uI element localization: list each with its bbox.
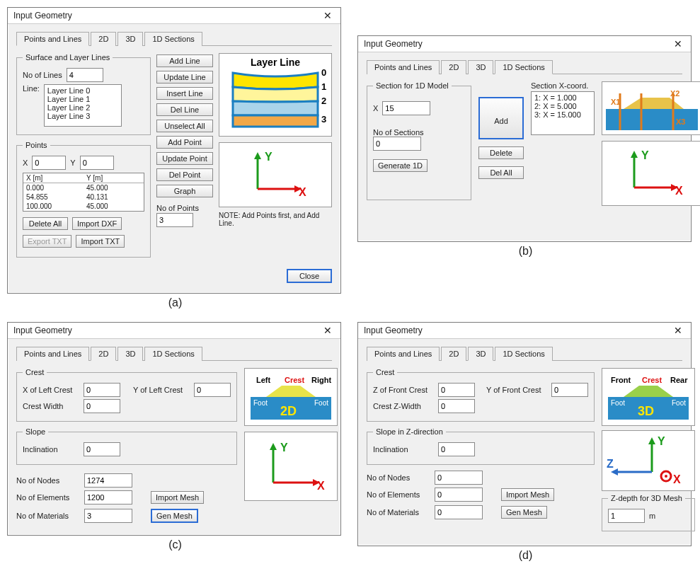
- update-point-button[interactable]: Update Point: [156, 152, 213, 165]
- tab-3d[interactable]: 3D: [468, 60, 493, 74]
- svg-text:0: 0: [321, 67, 326, 78]
- tab-points-lines[interactable]: Points and Lines: [16, 32, 89, 46]
- delete-section-button[interactable]: Delete: [478, 146, 524, 159]
- svg-text:Rear: Rear: [670, 376, 688, 384]
- inclination-input[interactable]: [84, 442, 120, 456]
- list-item[interactable]: Layer Line 1: [47, 95, 118, 103]
- svg-text:3: 3: [321, 114, 326, 125]
- delall-section-button[interactable]: Del All: [478, 166, 524, 179]
- inclination-input[interactable]: [438, 442, 475, 456]
- close-icon[interactable]: ✕: [671, 39, 685, 49]
- gen-mesh-button[interactable]: Gen Mesh: [501, 506, 547, 519]
- unselect-all-button[interactable]: Unselect All: [156, 120, 213, 132]
- crest-group: Crest Z of Front Crest Y of Front Crest …: [367, 368, 595, 422]
- import-dxf-button[interactable]: Import DXF: [72, 217, 122, 230]
- tab-1d-sections[interactable]: 1D Sections: [144, 347, 202, 361]
- import-txt-button[interactable]: Import TXT: [76, 235, 125, 248]
- section-1d-group: Section for 1D Model X No of Sections Ge…: [367, 81, 471, 200]
- tab-1d-sections[interactable]: 1D Sections: [144, 32, 202, 46]
- tab-1d-sections[interactable]: 1D Sections: [495, 60, 552, 74]
- nodes-label: No of Nodes: [367, 473, 430, 482]
- tab-2d[interactable]: 2D: [91, 32, 116, 46]
- close-icon[interactable]: ✕: [671, 325, 685, 335]
- x-left-crest-label: X of Left Crest: [23, 386, 79, 394]
- nodes-input[interactable]: [84, 473, 132, 488]
- slope-z-group: Slope in Z-direction Inclination: [367, 427, 595, 465]
- x-label: X: [23, 158, 28, 167]
- list-item[interactable]: Layer Line 0: [47, 86, 118, 95]
- del-point-button[interactable]: Del Point: [156, 168, 213, 181]
- tab-3d[interactable]: 3D: [117, 32, 143, 46]
- insert-line-button[interactable]: Insert Line: [156, 87, 213, 100]
- tab-3d[interactable]: 3D: [117, 347, 143, 361]
- elements-label: No of Elements: [367, 490, 430, 499]
- crest-width-input[interactable]: [84, 399, 120, 413]
- zdepth-input[interactable]: [608, 509, 645, 523]
- zdepth-legend: Z-depth for 3D Mesh: [608, 494, 685, 502]
- crest-width-label: Crest Width: [23, 402, 79, 410]
- import-mesh-button[interactable]: Import Mesh: [151, 491, 204, 504]
- delete-all-button[interactable]: Delete All: [23, 217, 68, 230]
- tab-points-lines[interactable]: Points and Lines: [367, 347, 440, 361]
- points-table[interactable]: X [m] Y [m] 0.00045.000 54.85540.131 100…: [23, 173, 144, 212]
- svg-text:Foot: Foot: [672, 399, 686, 407]
- update-line-button[interactable]: Update Line: [156, 71, 213, 83]
- z-front-crest-input[interactable]: [438, 383, 475, 397]
- crest-zwidth-label: Crest Z-Width: [373, 402, 434, 410]
- y-left-crest-input[interactable]: [194, 383, 231, 397]
- xy-axes-icon: Y X: [244, 432, 338, 501]
- no-of-points-input[interactable]: [156, 213, 193, 227]
- close-icon[interactable]: ✕: [321, 325, 335, 335]
- add-point-button[interactable]: Add Point: [156, 136, 213, 149]
- caption-d: (d): [357, 546, 694, 562]
- svg-text:Layer Line: Layer Line: [251, 57, 300, 68]
- no-of-lines-input[interactable]: [67, 68, 103, 82]
- svg-text:Y: Y: [641, 149, 649, 161]
- svg-marker-6: [254, 152, 261, 159]
- note-text: NOTE: Add Points first, and Add Line.: [219, 212, 332, 227]
- list-item[interactable]: Layer Line 3: [47, 112, 118, 120]
- del-line-button[interactable]: Del Line: [156, 103, 213, 116]
- materials-input[interactable]: [435, 505, 483, 519]
- line-label: Line:: [23, 84, 40, 93]
- elements-input[interactable]: [435, 488, 483, 502]
- tab-3d[interactable]: 3D: [468, 347, 493, 361]
- x-input[interactable]: [32, 156, 66, 170]
- tab-points-lines[interactable]: Points and Lines: [367, 60, 440, 74]
- export-txt-button[interactable]: Export TXT: [23, 235, 71, 248]
- slope-legend: Slope: [23, 427, 48, 436]
- y-left-crest-label: Y of Left Crest: [133, 386, 190, 394]
- generate-1d-button[interactable]: Generate 1D: [373, 159, 428, 172]
- svg-text:Crest: Crest: [285, 376, 304, 384]
- tab-2d[interactable]: 2D: [441, 60, 466, 74]
- nodes-input[interactable]: [435, 471, 483, 485]
- tab-points-lines[interactable]: Points and Lines: [16, 347, 89, 361]
- add-section-button[interactable]: Add: [478, 97, 524, 139]
- crest-zwidth-input[interactable]: [438, 399, 475, 413]
- section-coord-title: Section X-coord.: [531, 81, 595, 90]
- lines-listbox[interactable]: Layer Line 0 Layer Line 1 Layer Line 2 L…: [44, 84, 122, 127]
- no-sections-input[interactable]: [373, 137, 421, 151]
- crest-2d-illustration: Left Crest Right Foot Foot 2D: [244, 368, 338, 426]
- graph-button[interactable]: Graph: [156, 185, 213, 197]
- materials-input[interactable]: [84, 509, 132, 523]
- x-left-crest-input[interactable]: [84, 383, 120, 397]
- close-button[interactable]: Close: [287, 269, 332, 283]
- tab-1d-sections[interactable]: 1D Sections: [495, 347, 552, 361]
- y-input[interactable]: [80, 156, 114, 170]
- tab-2d[interactable]: 2D: [441, 347, 466, 361]
- tab-2d[interactable]: 2D: [91, 347, 116, 361]
- section-x-input[interactable]: [382, 101, 430, 115]
- import-mesh-button[interactable]: Import Mesh: [501, 488, 554, 501]
- y-front-crest-input[interactable]: [551, 383, 588, 397]
- section-coord-list[interactable]: 1: X = 1.000 2: X = 5.000 3: X = 15.000: [531, 91, 595, 135]
- gen-mesh-button[interactable]: Gen Mesh: [151, 509, 198, 523]
- tab-bar: Points and Lines 2D 3D 1D Sections: [16, 346, 332, 361]
- list-item[interactable]: Layer Line 2: [47, 103, 118, 112]
- points-legend: Points: [23, 141, 50, 149]
- add-line-button[interactable]: Add Line: [156, 54, 213, 67]
- slope-z-legend: Slope in Z-direction: [373, 427, 446, 436]
- close-icon[interactable]: ✕: [321, 11, 335, 21]
- tab-bar: Points and Lines 2D 3D 1D Sections: [367, 59, 682, 74]
- elements-input[interactable]: [84, 490, 132, 505]
